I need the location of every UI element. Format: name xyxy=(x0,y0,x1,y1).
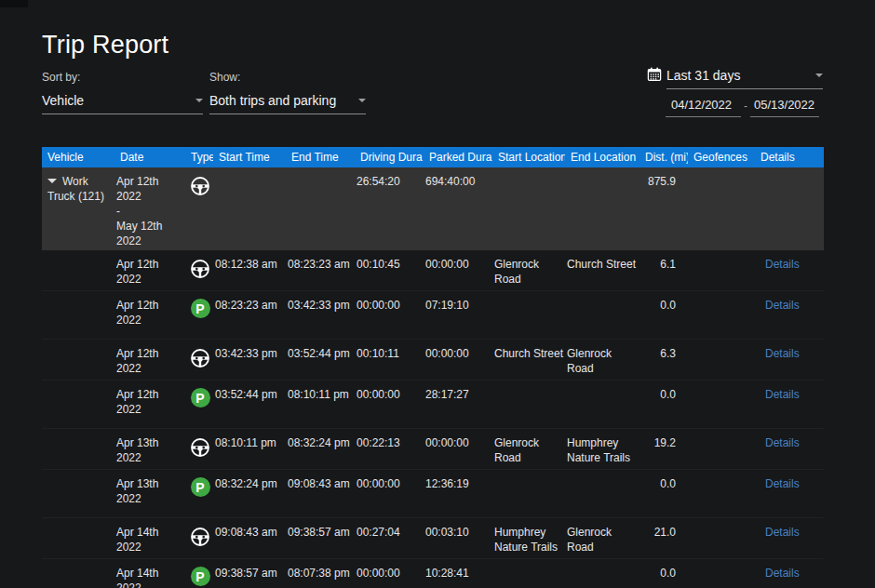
start-date-input[interactable]: 04/12/2022 xyxy=(666,98,741,117)
end-location-cell xyxy=(565,476,639,506)
vehicle-cell xyxy=(42,387,114,417)
show-label: Show: xyxy=(209,71,240,84)
sort-by-dropdown[interactable]: Vehicle xyxy=(42,93,203,114)
date-preset-dropdown[interactable]: Last 31 days xyxy=(666,68,823,89)
parked-duration-cell: 00:00:00 xyxy=(424,346,492,376)
parking-icon: P xyxy=(191,567,210,586)
geofences-cell xyxy=(688,346,755,376)
details-link[interactable]: Details xyxy=(765,477,800,490)
group-end-location-cell xyxy=(565,174,639,248)
end-location-cell: Glenrock Road xyxy=(565,346,639,376)
group-driving-duration: 26:54:20 xyxy=(355,174,424,248)
details-cell: Details xyxy=(755,346,824,376)
end-time-cell: 09:08:43 am xyxy=(286,476,355,506)
end-location-cell xyxy=(565,566,639,588)
trip-type-cell: P xyxy=(185,435,213,465)
driving-duration-cell: 00:00:00 xyxy=(355,387,424,417)
start-location-cell xyxy=(492,387,565,417)
end-location-cell xyxy=(565,387,639,417)
parked-duration-cell: 00:03:10 xyxy=(424,525,492,555)
details-link[interactable]: Details xyxy=(765,436,800,449)
geofences-cell xyxy=(688,257,755,287)
start-time-cell: 08:23:23 am xyxy=(213,298,286,327)
steering-wheel-icon xyxy=(189,175,211,197)
group-details-cell xyxy=(755,174,824,248)
end-time-cell: 08:23:23 am xyxy=(286,257,355,287)
start-location-cell xyxy=(492,476,565,506)
parking-icon: P xyxy=(191,299,210,318)
parked-duration-cell: 00:00:00 xyxy=(424,257,492,287)
end-date-input[interactable]: 05/13/2022 xyxy=(750,98,819,117)
start-location-cell xyxy=(492,298,565,327)
parking-icon: P xyxy=(191,388,210,408)
parked-duration-cell: 28:17:27 xyxy=(424,387,492,417)
date-cell: Apr 12th 2022 xyxy=(114,387,185,417)
trip-type-cell: P xyxy=(185,346,213,376)
vehicle-cell xyxy=(42,435,114,465)
start-location-cell: Church Street xyxy=(492,346,565,376)
trip-type-cell: P xyxy=(185,566,213,588)
geofences-cell xyxy=(688,525,755,555)
group-type-cell xyxy=(185,174,213,248)
parked-duration-cell: 12:36:19 xyxy=(424,476,492,506)
geofences-cell xyxy=(688,435,755,465)
distance-cell: 19.2 xyxy=(639,435,688,465)
show-value: Both trips and parking xyxy=(209,93,336,108)
distance-cell: 0.0 xyxy=(639,387,688,417)
column-header-end-location: End Location xyxy=(565,150,639,165)
date-cell: Apr 12th 2022 xyxy=(114,298,185,327)
geofences-cell xyxy=(688,298,755,327)
sort-by-group: Sort by: xyxy=(42,71,80,91)
details-link[interactable]: Details xyxy=(765,388,800,401)
group-vehicle-cell: Work Truck (121) xyxy=(42,174,114,248)
column-header-parked-duration: Parked Dura… xyxy=(424,150,492,165)
driving-duration-cell: 00:10:45 xyxy=(355,257,424,287)
calendar-icon[interactable] xyxy=(646,66,663,87)
date-preset-value: Last 31 days xyxy=(666,68,740,83)
start-time-cell: 09:38:57 am xyxy=(213,566,286,588)
table-body: Apr 12th 2022 P 08:12:38 am 08:23:23 am … xyxy=(42,250,824,588)
date-cell: Apr 13th 2022 xyxy=(114,476,185,506)
table-row: Apr 14th 2022 P 09:08:43 am 09:38:57 am … xyxy=(42,517,824,558)
end-time-cell: 08:07:38 pm xyxy=(286,566,355,588)
show-group: Show: xyxy=(209,71,240,91)
details-cell: Details xyxy=(755,525,824,555)
table-row: Apr 13th 2022 P 08:32:24 pm 09:08:43 am … xyxy=(42,469,824,517)
details-link[interactable]: Details xyxy=(765,526,800,539)
collapse-caret-icon[interactable] xyxy=(47,179,57,183)
caret-down-icon xyxy=(815,74,823,77)
vehicle-cell xyxy=(42,566,114,588)
details-link[interactable]: Details xyxy=(765,299,800,312)
details-cell: Details xyxy=(755,566,824,588)
details-link[interactable]: Details xyxy=(765,567,800,580)
table-row: Apr 14th 2022 P 09:38:57 am 08:07:38 pm … xyxy=(42,558,824,588)
details-link[interactable]: Details xyxy=(765,258,800,271)
driving-duration-cell: 00:00:00 xyxy=(355,476,424,506)
start-time-cell: 08:10:11 pm xyxy=(213,435,286,465)
column-header-type: Type xyxy=(185,150,213,165)
vehicle-group-row[interactable]: Work Truck (121) Apr 12th 2022 - May 12t… xyxy=(42,167,824,250)
start-location-cell: Glenrock Road xyxy=(492,435,565,465)
group-parked-duration: 694:40:00 xyxy=(424,174,492,248)
details-cell: Details xyxy=(755,387,824,417)
start-location-cell: Humphrey Nature Trails xyxy=(492,525,565,555)
start-time-cell: 03:42:33 pm xyxy=(213,346,286,376)
end-location-cell: Church Street xyxy=(565,257,639,287)
vehicle-cell xyxy=(42,257,114,287)
show-dropdown[interactable]: Both trips and parking xyxy=(209,93,366,114)
parking-icon: P xyxy=(191,477,210,497)
driving-duration-cell: 00:00:00 xyxy=(355,566,424,588)
trip-type-cell: P xyxy=(185,525,213,555)
end-time-cell: 03:42:33 pm xyxy=(286,298,355,327)
trip-type-cell: P xyxy=(185,257,213,287)
start-time-cell: 09:08:43 am xyxy=(213,525,286,555)
filter-bar: Sort by: Vehicle Show: Both trips and pa… xyxy=(42,71,823,138)
steering-wheel-icon xyxy=(189,347,211,369)
details-link[interactable]: Details xyxy=(765,347,800,360)
column-header-start-location: Start Location xyxy=(492,150,565,165)
end-location-cell: Humphrey Nature Trails xyxy=(565,435,639,465)
column-header-distance: Dist. (mi) xyxy=(639,150,688,165)
distance-cell: 0.0 xyxy=(639,298,688,327)
column-header-details: Details xyxy=(755,150,824,165)
group-start-time-cell xyxy=(213,174,286,248)
